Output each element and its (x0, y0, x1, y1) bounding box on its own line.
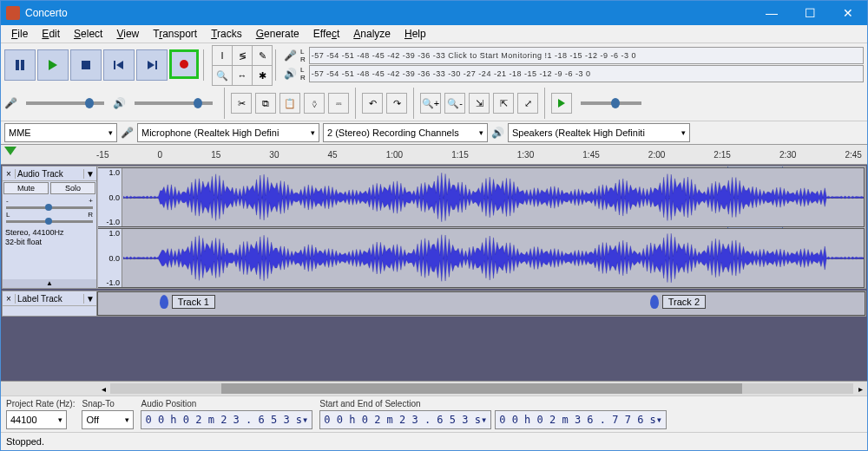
menu-select[interactable]: Select (67, 26, 109, 42)
label-pin-icon (650, 295, 659, 309)
maximize-button[interactable]: ☐ (791, 1, 829, 25)
play-speed-slider[interactable] (581, 101, 641, 105)
audio-position-field[interactable]: 0 0 h 0 2 m 2 3 . 6 5 3 s▾ (141, 410, 312, 429)
menu-edit[interactable]: Edit (35, 26, 67, 42)
selection-toolbar: Project Rate (Hz): 44100▾ Snap-To Off▾ A… (1, 395, 867, 432)
label-text[interactable]: Track 2 (662, 295, 706, 309)
label-marker[interactable]: Track 2 (650, 295, 706, 309)
track-collapse-button[interactable]: ▲ (3, 279, 96, 288)
playback-meter[interactable]: -57 -54 -51 -48 -45 -42 -39 -36 -33 -30 … (309, 65, 864, 82)
mic-icon: 🎤 (121, 127, 134, 139)
menu-transport[interactable]: Transport (146, 26, 204, 42)
fit-project-icon[interactable]: ⇱ (493, 93, 514, 114)
pause-button[interactable] (4, 49, 36, 81)
selection-label: Start and End of Selection (319, 399, 667, 409)
zoom-out-icon[interactable]: 🔍- (444, 93, 465, 114)
recording-channels-select[interactable]: 2 (Stereo) Recording Channels▾ (323, 123, 488, 142)
horizontal-scrollbar[interactable]: ◂ ▸ (1, 381, 867, 395)
menu-file[interactable]: File (4, 26, 35, 42)
record-button[interactable] (169, 49, 199, 79)
redo-icon[interactable]: ↷ (386, 93, 407, 114)
svg-rect-3 (82, 61, 90, 69)
track-bitdepth: 32-bit float (5, 238, 94, 247)
svg-marker-2 (49, 60, 57, 70)
play-button[interactable] (37, 49, 69, 81)
timeshift-tool-icon[interactable]: ↔ (232, 65, 253, 86)
zoom-in-icon[interactable]: 🔍+ (420, 93, 441, 114)
zoom-tool-icon[interactable]: 🔍 (212, 65, 233, 86)
draw-tool-icon[interactable]: ✎ (252, 45, 273, 66)
tools-toolbar: I ≶ ✎ 🔍 ↔ ✱ (212, 45, 271, 84)
minimize-button[interactable]: — (753, 1, 791, 25)
pan-slider[interactable] (6, 220, 93, 223)
svg-point-8 (180, 60, 188, 69)
stop-button[interactable] (70, 49, 102, 81)
skip-end-button[interactable] (136, 49, 168, 81)
gain-slider[interactable] (6, 206, 93, 209)
multi-tool-icon[interactable]: ✱ (252, 65, 273, 86)
scroll-right-button[interactable]: ▸ (853, 384, 867, 394)
track-name: Label Track (16, 294, 83, 304)
scroll-thumb[interactable] (221, 383, 741, 394)
track-close-button[interactable]: × (3, 169, 16, 179)
menu-help[interactable]: Help (398, 26, 433, 42)
recording-meter[interactable]: -57 -54 -51 -48 -45 -42 -39 -36 -33 Clic… (309, 47, 864, 64)
tracks-area: × Audio Track ▼ Mute Solo -+ LR Stereo, … (1, 165, 867, 381)
track-close-button[interactable]: × (3, 294, 16, 304)
svg-rect-4 (114, 61, 115, 69)
audio-track: × Audio Track ▼ Mute Solo -+ LR Stereo, … (2, 166, 866, 289)
mic-icon: 🎤 (4, 97, 17, 109)
undo-icon[interactable]: ↶ (362, 93, 383, 114)
selection-start-field[interactable]: 0 0 h 0 2 m 2 3 . 6 5 3 s▾ (319, 410, 491, 429)
close-button[interactable]: ✕ (829, 1, 867, 25)
zoom-toggle-icon[interactable]: ⤢ (517, 93, 538, 114)
menu-analyze[interactable]: Analyze (346, 26, 398, 42)
menu-generate[interactable]: Generate (249, 26, 306, 42)
menu-tracks[interactable]: Tracks (204, 26, 249, 42)
play-at-speed-button[interactable] (551, 93, 572, 114)
audio-host-select[interactable]: MME▾ (4, 123, 117, 142)
svg-rect-0 (16, 60, 19, 70)
recording-device-select[interactable]: Microphone (Realtek High Defini▾ (137, 123, 319, 142)
svg-rect-1 (21, 60, 24, 70)
copy-icon[interactable]: ⧉ (255, 93, 276, 114)
snap-to-select[interactable]: Off▾ (82, 410, 134, 429)
envelope-tool-icon[interactable]: ≶ (232, 45, 253, 66)
playhead-icon[interactable] (4, 147, 16, 155)
speaker-icon: 🔊 (284, 68, 297, 80)
playback-device-select[interactable]: Speakers (Realtek High Definiti▾ (508, 123, 690, 142)
svg-rect-7 (155, 61, 157, 69)
track-menu-button[interactable]: ▼ (83, 294, 96, 304)
selection-end-field[interactable]: 0 0 h 0 2 m 3 6 . 7 7 6 s▾ (495, 410, 667, 429)
app-window: Concerto — ☐ ✕ File Edit Select View Tra… (0, 0, 868, 451)
recording-volume-slider[interactable] (26, 101, 104, 105)
speaker-icon: 🔊 (491, 127, 504, 139)
mixer-edit-toolbar: 🎤 🔊 ✂ ⧉ 📋 ⎀ ⎓ ↶ ↷ 🔍+ 🔍- ⇲ ⇱ ⤢ (1, 86, 867, 121)
menubar: File Edit Select View Transport Tracks G… (1, 25, 867, 43)
track-menu-button[interactable]: ▼ (83, 169, 96, 179)
label-marker[interactable]: Track 1 (160, 295, 215, 309)
selection-tool-icon[interactable]: I (212, 45, 233, 66)
trim-icon[interactable]: ⎀ (304, 93, 325, 114)
timeline-ruler[interactable]: -1501530451:001:151:301:452:002:152:302:… (1, 144, 867, 165)
skip-start-button[interactable] (103, 49, 135, 81)
solo-button[interactable]: Solo (50, 182, 95, 194)
track-waveform-area[interactable]: 1.00.0-1.0 1.00.0-1.0 (97, 167, 865, 288)
menu-view[interactable]: View (109, 26, 146, 42)
menu-effect[interactable]: Effect (306, 26, 346, 42)
label-text[interactable]: Track 1 (172, 295, 215, 309)
speaker-icon: 🔊 (113, 97, 126, 109)
svg-marker-6 (148, 61, 155, 69)
cut-icon[interactable]: ✂ (231, 93, 252, 114)
mic-icon: 🎤 (284, 49, 297, 62)
scroll-left-button[interactable]: ◂ (96, 384, 110, 394)
mute-button[interactable]: Mute (3, 182, 49, 194)
project-rate-select[interactable]: 44100▾ (6, 410, 67, 429)
silence-icon[interactable]: ⎓ (328, 93, 349, 114)
transport-toolbar: I ≶ ✎ 🔍 ↔ ✱ 🎤 LR -57 -54 -51 -48 -45 -42… (1, 43, 867, 86)
playback-volume-slider[interactable] (135, 101, 213, 105)
fit-selection-icon[interactable]: ⇲ (469, 93, 490, 114)
audio-position-label: Audio Position (141, 399, 312, 409)
label-track-body[interactable]: Track 1Track 2 (97, 291, 865, 316)
paste-icon[interactable]: 📋 (279, 93, 300, 114)
